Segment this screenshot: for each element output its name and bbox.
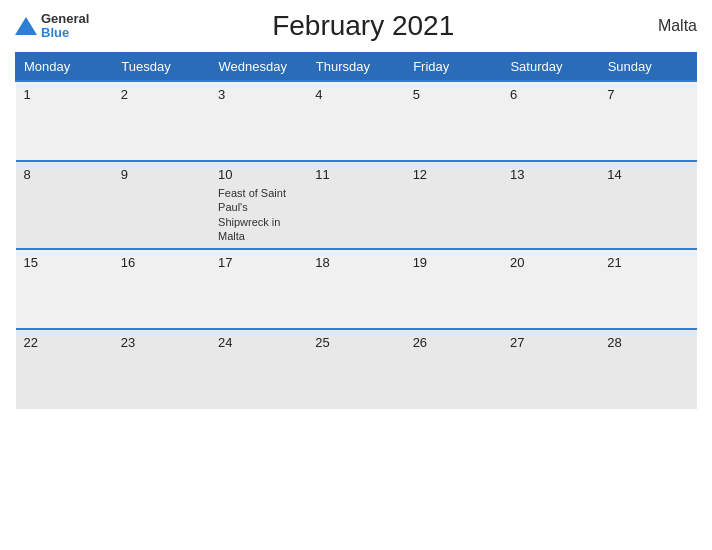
day-number: 17 xyxy=(218,255,299,270)
calendar-container: General Blue February 2021 Malta MondayT… xyxy=(0,0,712,550)
calendar-day-cell: 21 xyxy=(599,249,696,329)
day-number: 19 xyxy=(413,255,494,270)
day-number: 26 xyxy=(413,335,494,350)
calendar-day-cell: 6 xyxy=(502,81,599,161)
calendar-day-cell: 19 xyxy=(405,249,502,329)
calendar-day-cell: 4 xyxy=(307,81,404,161)
day-number: 8 xyxy=(24,167,105,182)
weekday-header-tuesday: Tuesday xyxy=(113,53,210,82)
day-number: 14 xyxy=(607,167,688,182)
calendar-day-cell: 12 xyxy=(405,161,502,249)
day-number: 22 xyxy=(24,335,105,350)
calendar-day-cell: 8 xyxy=(16,161,113,249)
calendar-header: General Blue February 2021 Malta xyxy=(15,10,697,42)
calendar-day-cell: 18 xyxy=(307,249,404,329)
day-number: 9 xyxy=(121,167,202,182)
day-number: 18 xyxy=(315,255,396,270)
calendar-day-cell: 5 xyxy=(405,81,502,161)
logo-icon xyxy=(15,15,37,37)
day-number: 13 xyxy=(510,167,591,182)
day-number: 16 xyxy=(121,255,202,270)
day-number: 12 xyxy=(413,167,494,182)
weekday-header-row: MondayTuesdayWednesdayThursdayFridaySatu… xyxy=(16,53,697,82)
calendar-day-cell: 1 xyxy=(16,81,113,161)
logo: General Blue xyxy=(15,12,89,41)
calendar-day-cell: 25 xyxy=(307,329,404,409)
logo-blue-text: Blue xyxy=(41,25,69,40)
calendar-day-cell: 10Feast of Saint Paul's Shipwreck in Mal… xyxy=(210,161,307,249)
day-number: 4 xyxy=(315,87,396,102)
calendar-day-cell: 17 xyxy=(210,249,307,329)
calendar-day-cell: 26 xyxy=(405,329,502,409)
day-number: 5 xyxy=(413,87,494,102)
day-number: 1 xyxy=(24,87,105,102)
weekday-header-saturday: Saturday xyxy=(502,53,599,82)
day-number: 2 xyxy=(121,87,202,102)
day-number: 25 xyxy=(315,335,396,350)
calendar-day-cell: 24 xyxy=(210,329,307,409)
calendar-week-row: 15161718192021 xyxy=(16,249,697,329)
logo-general-text: General xyxy=(41,11,89,26)
weekday-header-wednesday: Wednesday xyxy=(210,53,307,82)
calendar-day-cell: 2 xyxy=(113,81,210,161)
calendar-day-cell: 15 xyxy=(16,249,113,329)
day-number: 7 xyxy=(607,87,688,102)
logo-triangle-icon xyxy=(15,15,37,37)
calendar-day-cell: 16 xyxy=(113,249,210,329)
weekday-header-thursday: Thursday xyxy=(307,53,404,82)
calendar-day-cell: 9 xyxy=(113,161,210,249)
calendar-day-cell: 13 xyxy=(502,161,599,249)
calendar-table: MondayTuesdayWednesdayThursdayFridaySatu… xyxy=(15,52,697,409)
calendar-day-cell: 28 xyxy=(599,329,696,409)
calendar-event: Feast of Saint Paul's Shipwreck in Malta xyxy=(218,186,299,243)
calendar-week-row: 8910Feast of Saint Paul's Shipwreck in M… xyxy=(16,161,697,249)
svg-marker-0 xyxy=(15,17,37,35)
calendar-day-cell: 3 xyxy=(210,81,307,161)
day-number: 28 xyxy=(607,335,688,350)
day-number: 27 xyxy=(510,335,591,350)
day-number: 21 xyxy=(607,255,688,270)
day-number: 3 xyxy=(218,87,299,102)
calendar-week-row: 22232425262728 xyxy=(16,329,697,409)
day-number: 11 xyxy=(315,167,396,182)
day-number: 10 xyxy=(218,167,299,182)
logo-text: General Blue xyxy=(41,12,89,41)
calendar-day-cell: 14 xyxy=(599,161,696,249)
calendar-day-cell: 11 xyxy=(307,161,404,249)
day-number: 15 xyxy=(24,255,105,270)
calendar-day-cell: 27 xyxy=(502,329,599,409)
day-number: 20 xyxy=(510,255,591,270)
calendar-day-cell: 20 xyxy=(502,249,599,329)
weekday-header-monday: Monday xyxy=(16,53,113,82)
day-number: 24 xyxy=(218,335,299,350)
calendar-day-cell: 22 xyxy=(16,329,113,409)
calendar-day-cell: 23 xyxy=(113,329,210,409)
weekday-header-sunday: Sunday xyxy=(599,53,696,82)
day-number: 6 xyxy=(510,87,591,102)
weekday-header-friday: Friday xyxy=(405,53,502,82)
calendar-day-cell: 7 xyxy=(599,81,696,161)
day-number: 23 xyxy=(121,335,202,350)
calendar-title: February 2021 xyxy=(89,10,637,42)
country-name: Malta xyxy=(637,17,697,35)
calendar-week-row: 1234567 xyxy=(16,81,697,161)
